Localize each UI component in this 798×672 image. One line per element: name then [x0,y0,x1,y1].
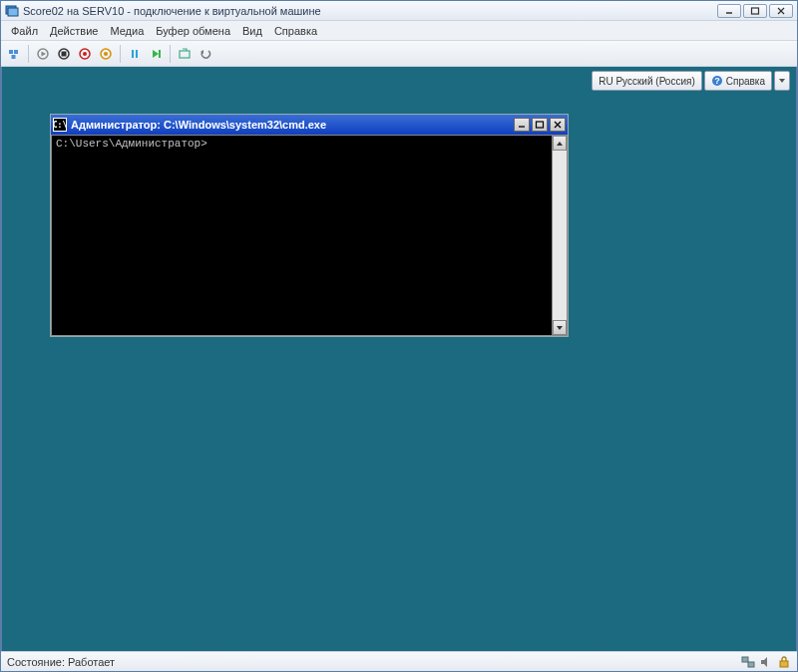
status-text: Состояние: Работает [7,656,115,668]
svg-rect-7 [14,50,18,54]
vm-desktop[interactable]: RU Русский (Россия) ? Справка C:\ Админи… [1,67,797,651]
cmd-scrollbar[interactable] [552,136,567,335]
menu-clipboard[interactable]: Буфер обмена [150,23,236,39]
svg-rect-35 [780,661,788,667]
help-label: Справка [726,76,765,87]
start-button[interactable] [34,45,52,63]
status-bar: Состояние: Работает [1,651,797,671]
svg-rect-8 [12,55,16,59]
svg-rect-17 [132,50,134,58]
ctrl-alt-del-button[interactable] [5,45,23,63]
menu-help[interactable]: Справка [268,23,323,39]
lock-icon [777,655,791,669]
svg-marker-30 [557,142,563,146]
cmd-icon: C:\ [53,118,67,132]
svg-rect-6 [9,50,13,54]
minimize-button[interactable] [717,4,741,18]
svg-marker-31 [557,326,563,330]
menu-media[interactable]: Медиа [104,23,150,39]
vm-connection-window: Score02 на SERV10 - подключение к виртуа… [0,0,798,672]
cmd-maximize-button[interactable] [532,118,548,132]
turnoff-button[interactable] [55,45,73,63]
maximize-button[interactable] [743,4,767,18]
svg-rect-1 [8,8,18,16]
cmd-output[interactable]: C:\Users\Администратор> [52,136,552,335]
app-icon [5,4,19,18]
svg-point-16 [104,52,108,56]
status-icons [741,655,791,669]
svg-rect-3 [752,8,759,14]
language-button[interactable]: RU Русский (Россия) [592,71,702,91]
chevron-down-icon [778,75,786,87]
svg-rect-33 [748,662,754,667]
menu-action[interactable]: Действие [44,23,104,39]
svg-rect-27 [537,122,544,128]
snapshot-button[interactable] [176,45,194,63]
window-title: Score02 на SERV10 - подключение к виртуа… [23,5,321,17]
menu-bar: Файл Действие Медиа Буфер обмена Вид Спр… [1,21,797,41]
toolbar [1,41,797,67]
cmd-title-bar[interactable]: C:\ Администратор: C:\Windows\system32\c… [51,115,568,135]
svg-rect-12 [62,51,67,56]
scroll-down-button[interactable] [553,320,567,335]
scroll-up-button[interactable] [553,136,567,151]
cmd-minimize-button[interactable] [514,118,530,132]
language-bar: RU Русский (Россия) ? Справка [592,71,790,91]
speaker-icon [759,655,773,669]
shutdown-button[interactable] [76,45,94,63]
title-bar[interactable]: Score02 на SERV10 - подключение к виртуа… [1,1,797,21]
help-button[interactable]: ? Справка [704,71,772,91]
pause-button[interactable] [126,45,144,63]
svg-rect-20 [159,50,161,58]
cmd-close-button[interactable] [550,118,566,132]
svg-marker-10 [42,51,47,56]
revert-button[interactable] [197,45,214,63]
save-button[interactable] [97,45,115,63]
network-icon [741,655,755,669]
langbar-options-button[interactable] [774,71,790,91]
svg-marker-19 [153,50,159,58]
reset-button[interactable] [147,45,165,63]
menu-file[interactable]: Файл [5,23,44,39]
svg-point-14 [83,52,87,56]
scroll-track[interactable] [553,151,567,320]
svg-rect-21 [180,51,190,58]
close-button[interactable] [769,4,793,18]
svg-marker-25 [779,79,785,83]
help-icon: ? [711,75,723,87]
svg-text:?: ? [714,76,720,86]
cmd-title-text: Администратор: C:\Windows\system32\cmd.e… [71,119,326,131]
cmd-client-area: C:\Users\Администратор> [51,135,568,336]
svg-rect-32 [742,657,748,662]
cmd-window[interactable]: C:\ Администратор: C:\Windows\system32\c… [50,114,569,337]
menu-view[interactable]: Вид [236,23,268,39]
svg-marker-34 [761,657,767,667]
svg-rect-18 [136,50,138,58]
